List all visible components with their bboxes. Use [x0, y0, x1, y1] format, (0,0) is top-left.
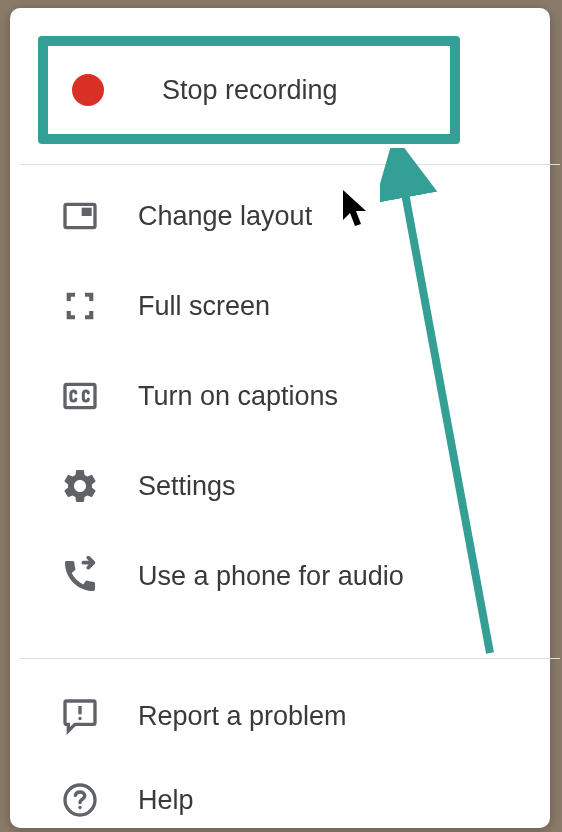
- menu-item-report-problem[interactable]: Report a problem: [38, 676, 538, 756]
- help-icon: [38, 780, 138, 820]
- menu-item-change-layout[interactable]: Change layout: [38, 176, 538, 256]
- record-icon: [62, 74, 162, 106]
- menu-item-phone-audio[interactable]: Use a phone for audio: [38, 536, 538, 616]
- captions-label: Turn on captions: [138, 381, 338, 412]
- phone-audio-icon: [38, 556, 138, 596]
- gear-icon: [38, 466, 138, 506]
- feedback-icon: [38, 696, 138, 736]
- menu-item-stop-recording[interactable]: Stop recording: [62, 50, 450, 130]
- settings-label: Settings: [138, 471, 236, 502]
- highlighted-stop-recording: Stop recording: [38, 36, 460, 144]
- divider: [20, 164, 560, 165]
- divider: [20, 658, 560, 659]
- svg-point-6: [78, 806, 81, 809]
- fullscreen-icon: [38, 286, 138, 326]
- report-problem-label: Report a problem: [138, 701, 347, 732]
- captions-icon: [38, 376, 138, 416]
- help-label: Help: [138, 785, 194, 816]
- layout-icon: [38, 196, 138, 236]
- menu-item-captions[interactable]: Turn on captions: [38, 356, 538, 436]
- stop-recording-label: Stop recording: [162, 75, 338, 106]
- full-screen-label: Full screen: [138, 291, 270, 322]
- menu-item-help[interactable]: Help: [38, 766, 538, 832]
- menu-item-settings[interactable]: Settings: [38, 446, 538, 526]
- phone-audio-label: Use a phone for audio: [138, 561, 404, 592]
- change-layout-label: Change layout: [138, 201, 312, 232]
- menu-item-full-screen[interactable]: Full screen: [38, 266, 538, 346]
- svg-rect-1: [82, 208, 92, 216]
- options-menu-panel: Stop recording Change layout Full screen: [10, 8, 550, 828]
- svg-point-4: [78, 717, 81, 720]
